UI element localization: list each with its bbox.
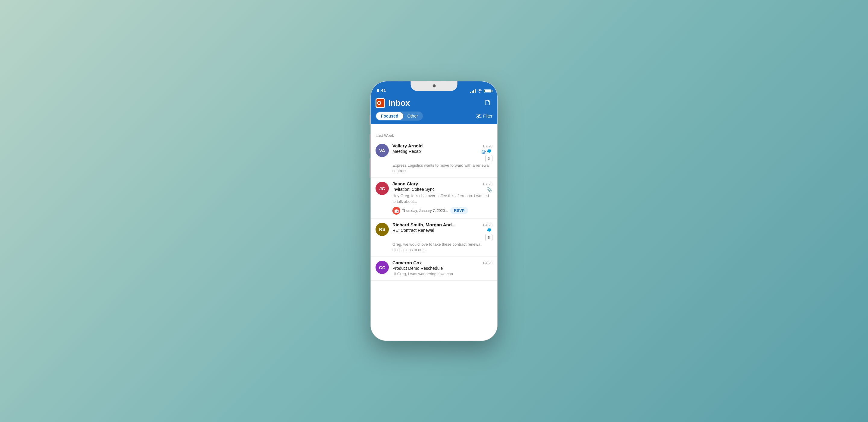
email-date: 1/7/20 [483,144,493,148]
avatar: RS [375,223,389,236]
outlook-icon: O [375,98,385,108]
header-left: O Inbox [375,98,410,108]
mention-badge: @ [481,149,486,154]
calendar-chip: 📅 Thursday, January 7, 2020... [393,207,448,215]
email-item[interactable]: JC Jason Clary 1/7/20 Invitation: Coffee… [371,178,497,218]
email-preview: Hi Greg, I was wondering if we can [393,271,493,277]
email-content: Richard Smith, Morgan And... 1/4/20 RE: … [393,222,493,252]
email-preview: Hey Greg, let's chat over coffee this af… [393,193,493,204]
email-header-row: Jason Clary 1/7/20 [393,181,493,186]
svg-point-9 [477,116,478,118]
rsvp-button[interactable]: RSVP [450,207,468,214]
header-title-row: O Inbox [375,98,493,108]
focused-tab[interactable]: Focused [376,112,403,120]
calendar-date: Thursday, January 7, 2020... [402,209,448,213]
svg-point-6 [478,114,480,116]
tabs-row: Focused Other Filter [375,112,493,124]
battery-icon [484,89,491,93]
count-badge: 5 [485,234,493,241]
phone-screen: 9:41 [371,81,497,341]
email-date: 1/7/20 [483,182,493,186]
rsvp-row: 📅 Thursday, January 7, 2020... RSVP [393,207,493,215]
phone-wrapper: 9:41 [371,81,497,341]
email-subject: Invitation: Coffee Sync 📎 [393,187,493,192]
sender-name: Jason Clary [393,181,418,186]
email-content: Cameron Cox 1/4/20 Product Demo Reschedu… [393,260,493,277]
email-preview: Express Logistics wants to move forward … [393,163,493,174]
count-badge: 3 [485,155,493,162]
email-subject: Product Demo Reschedule [393,266,493,271]
tab-group: Focused Other [375,112,423,121]
email-badges: 📎 [487,187,493,192]
phone-frame: 9:41 [371,81,497,341]
email-subject: RE: Contract Renewal 5 [393,228,493,241]
filter-button[interactable]: Filter [476,114,493,118]
salesforce-badge [487,228,493,233]
avatar: JC [375,182,389,195]
email-item[interactable]: VA Vallery Arnold 1/7/20 Meeting Recap @ [371,140,497,178]
status-icons [470,89,491,93]
sender-name: Cameron Cox [393,260,422,265]
inbox-title: Inbox [388,98,410,108]
calendar-icon: 📅 [393,207,400,215]
wifi-icon [477,89,482,93]
email-header-row: Cameron Cox 1/4/20 [393,260,493,265]
avatar: CC [375,261,389,274]
email-badges: 5 [485,228,493,241]
sender-name: Richard Smith, Morgan And... [393,222,456,227]
email-item[interactable]: CC Cameron Cox 1/4/20 Product Demo Resch… [371,257,497,281]
email-content: Jason Clary 1/7/20 Invitation: Coffee Sy… [393,181,493,214]
email-content: Vallery Arnold 1/7/20 Meeting Recap @ [393,143,493,174]
attachment-badge: 📎 [487,187,493,192]
sender-name: Vallery Arnold [393,143,423,148]
email-item[interactable]: RS Richard Smith, Morgan And... 1/4/20 R… [371,218,497,257]
email-preview: Greg, we would love to take these contra… [393,242,493,252]
salesforce-badge [487,149,493,154]
section-label: Last Week [371,130,497,140]
compose-button[interactable] [483,98,493,108]
email-date: 1/4/20 [483,261,493,265]
other-tab[interactable]: Other [403,112,422,120]
email-header-row: Richard Smith, Morgan And... 1/4/20 [393,222,493,227]
email-badges: @ 3 [481,149,493,162]
signal-icon [470,89,475,93]
avatar: VA [375,144,389,157]
content-area: Last Week VA Vallery Arnold 1/7/20 Meeti… [371,130,497,341]
email-date: 1/4/20 [483,223,493,227]
notch [411,81,458,91]
email-header-row: Vallery Arnold 1/7/20 [393,143,493,148]
email-subject: Meeting Recap @ [393,149,493,162]
svg-text:O: O [377,100,381,106]
app-header: O Inbox [371,95,497,124]
badge-row: @ [481,149,493,154]
status-time: 9:41 [377,88,386,93]
filter-label: Filter [483,114,493,118]
